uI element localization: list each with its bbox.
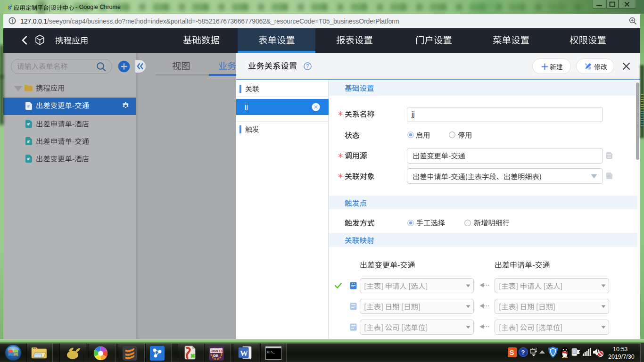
svg-text:Java EE: Java EE [211, 349, 223, 353]
svg-text:S: S [510, 348, 514, 356]
svg-text:W: W [240, 349, 248, 358]
svg-text:+: + [10, 5, 12, 8]
svg-text:?: ? [521, 349, 525, 356]
svg-text:C:\_: C:\_ [267, 350, 275, 354]
svg-text:?: ? [306, 63, 309, 69]
svg-text:IDE: IDE [213, 354, 218, 357]
